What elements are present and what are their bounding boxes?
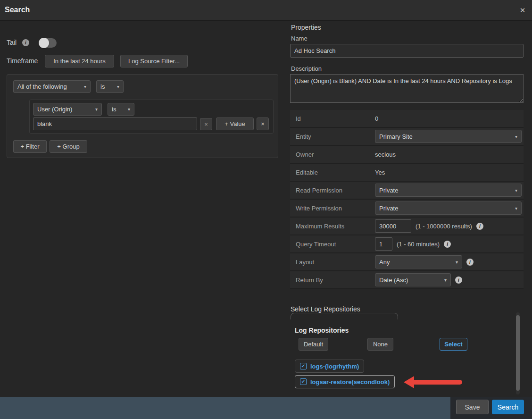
- tail-toggle[interactable]: [40, 38, 57, 48]
- select-button[interactable]: Select: [440, 338, 467, 351]
- red-arrow-tail: [413, 380, 462, 385]
- remove-value-button[interactable]: ×: [200, 118, 212, 130]
- property-row-return-by: Return By Date (Asc) ▾ i: [290, 271, 524, 289]
- group-operator-select[interactable]: All of the following ▾: [13, 80, 91, 93]
- filter-value-input[interactable]: [33, 117, 197, 130]
- property-row-id: Id 0: [290, 110, 524, 128]
- properties-header: Properties: [291, 24, 321, 31]
- field-value: User (Origin): [37, 106, 72, 113]
- field-condition-value: is: [112, 106, 116, 113]
- property-row-maximum-results: Maximum Results (1 - 1000000 results) i: [290, 218, 524, 235]
- default-button[interactable]: Default: [299, 338, 328, 351]
- checkbox-checked-icon[interactable]: ✔: [300, 378, 307, 385]
- chevron-down-icon: ▾: [456, 260, 458, 265]
- write-permission-select[interactable]: Private ▾: [375, 201, 522, 215]
- property-row-write-permission: Write Permission Private ▾: [290, 200, 524, 218]
- close-icon[interactable]: ✕: [518, 6, 527, 15]
- query-timeout-hint: (1 - 60 minutes): [397, 241, 440, 248]
- name-input[interactable]: [290, 44, 524, 58]
- tail-label: Tail: [7, 39, 17, 46]
- entity-select[interactable]: Primary Site ▾: [375, 130, 522, 143]
- chevron-down-icon: ▾: [128, 107, 130, 112]
- repo-scrollbar-thumb[interactable]: [516, 315, 520, 391]
- group-operator-value: All of the following: [17, 83, 67, 90]
- info-icon[interactable]: i: [455, 277, 462, 284]
- return-by-select[interactable]: Date (Asc) ▾: [375, 273, 451, 286]
- maximum-results-input[interactable]: [375, 219, 411, 233]
- property-row-query-timeout: Query Timeout (1 - 60 minutes) i: [290, 235, 524, 253]
- add-group-button[interactable]: + Group: [50, 140, 87, 153]
- owner-value: secious: [375, 151, 396, 158]
- checkbox-checked-icon[interactable]: ✔: [300, 363, 307, 369]
- field-condition-select[interactable]: is ▾: [108, 103, 134, 116]
- properties-table: Id 0 Entity Primary Site ▾ Owner secious…: [290, 110, 524, 289]
- maximum-results-hint: (1 - 1000000 results): [416, 223, 472, 230]
- chevron-down-icon: ▾: [515, 134, 517, 139]
- chevron-down-icon: ▾: [84, 84, 86, 89]
- select-log-repositories-label: Select Log Repositories: [291, 305, 360, 313]
- property-row-editable: Editable Yes: [290, 164, 524, 182]
- search-dialog: Search ✕ Tail i Timeframe In the last 24…: [0, 0, 532, 419]
- add-value-button[interactable]: + Value: [216, 117, 254, 130]
- group-condition-value: is: [100, 83, 105, 90]
- save-button[interactable]: Save: [456, 400, 489, 414]
- property-row-entity: Entity Primary Site ▾: [290, 128, 524, 146]
- dialog-titlebar: [0, 0, 532, 21]
- timeframe-button[interactable]: In the last 24 hours: [45, 55, 114, 67]
- chevron-down-icon: ▾: [444, 277, 447, 283]
- search-button[interactable]: Search: [492, 400, 524, 414]
- dialog-title: Search: [5, 6, 30, 14]
- editable-value: Yes: [375, 169, 385, 176]
- read-permission-select[interactable]: Private ▾: [375, 184, 522, 197]
- description-textarea[interactable]: (User (Origin) is Blank) AND Date is In …: [290, 74, 524, 103]
- chevron-down-icon: ▾: [95, 107, 98, 112]
- repo-item-logsar-restore-secondlook[interactable]: ✔ logsar-restore(secondlook): [295, 375, 395, 388]
- log-source-filter-button[interactable]: Log Source Filter...: [120, 55, 188, 67]
- property-row-layout: Layout Any ▾ i: [290, 253, 524, 271]
- log-repositories-title: Log Repositories: [295, 327, 349, 334]
- property-row-read-permission: Read Permission Private ▾: [290, 182, 524, 200]
- info-icon[interactable]: i: [22, 39, 29, 46]
- chevron-down-icon: ▾: [515, 206, 517, 211]
- info-icon[interactable]: i: [444, 241, 451, 248]
- id-value: 0: [375, 115, 378, 122]
- query-timeout-input[interactable]: [375, 237, 392, 251]
- red-arrow-icon: [404, 376, 414, 388]
- property-row-owner: Owner secious: [290, 146, 524, 164]
- name-label: Name: [291, 35, 308, 42]
- description-label: Description: [291, 65, 322, 72]
- remove-filter-button[interactable]: ×: [257, 117, 269, 130]
- repo-list-top-border: [291, 313, 398, 319]
- chevron-down-icon: ▾: [515, 188, 517, 193]
- none-button[interactable]: None: [367, 338, 393, 351]
- layout-select[interactable]: Any ▾: [375, 255, 462, 268]
- group-condition-select[interactable]: is ▾: [96, 80, 124, 93]
- timeframe-label: Timeframe: [7, 57, 38, 65]
- add-filter-button[interactable]: + Filter: [13, 140, 47, 153]
- field-select[interactable]: User (Origin) ▾: [33, 103, 102, 116]
- toggle-knob: [39, 38, 49, 48]
- info-icon[interactable]: i: [466, 259, 474, 266]
- repo-item-logs-logrhythm[interactable]: ✔ logs-(logrhythm): [295, 360, 364, 373]
- info-icon[interactable]: i: [476, 223, 483, 230]
- chevron-down-icon: ▾: [117, 84, 119, 89]
